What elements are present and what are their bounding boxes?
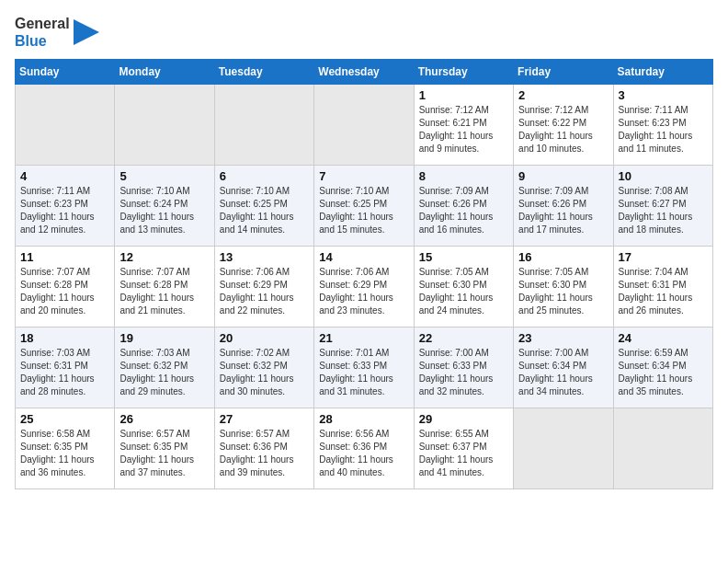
day-info: Sunrise: 6:55 AM Sunset: 6:37 PM Dayligh… [419, 428, 508, 479]
day-number: 19 [119, 331, 209, 345]
day-info: Sunrise: 7:12 AM Sunset: 6:21 PM Dayligh… [419, 104, 508, 155]
day-number: 2 [518, 88, 608, 102]
svg-marker-0 [74, 19, 99, 45]
cell-week2-day4: 8Sunrise: 7:09 AM Sunset: 6:26 PM Daylig… [414, 166, 513, 247]
day-number: 24 [619, 331, 708, 345]
day-info: Sunrise: 7:07 AM Sunset: 6:28 PM Dayligh… [20, 266, 109, 317]
day-number: 26 [119, 412, 209, 426]
weekday-header-row: SundayMondayTuesdayWednesdayThursdayFrid… [16, 60, 713, 85]
cell-week3-day3: 14Sunrise: 7:06 AM Sunset: 6:29 PM Dayli… [314, 247, 414, 327]
day-info: Sunrise: 6:57 AM Sunset: 6:35 PM Dayligh… [119, 428, 209, 479]
cell-week5-day2: 27Sunrise: 6:57 AM Sunset: 6:36 PM Dayli… [214, 408, 313, 489]
cell-week5-day6 [613, 408, 712, 489]
day-number: 8 [419, 169, 508, 183]
day-info: Sunrise: 7:09 AM Sunset: 6:26 PM Dayligh… [518, 185, 608, 236]
cell-week3-day1: 12Sunrise: 7:07 AM Sunset: 6:28 PM Dayli… [115, 247, 214, 327]
week-row-2: 4Sunrise: 7:11 AM Sunset: 6:23 PM Daylig… [16, 166, 713, 247]
day-number: 16 [518, 250, 608, 264]
day-info: Sunrise: 7:04 AM Sunset: 6:31 PM Dayligh… [619, 266, 708, 317]
day-number: 5 [119, 169, 209, 183]
cell-week4-day4: 22Sunrise: 7:00 AM Sunset: 6:33 PM Dayli… [414, 327, 513, 408]
cell-week1-day2 [214, 85, 313, 166]
day-info: Sunrise: 6:59 AM Sunset: 6:34 PM Dayligh… [619, 347, 708, 398]
day-number: 29 [419, 412, 508, 426]
calendar-table: SundayMondayTuesdayWednesdayThursdayFrid… [15, 59, 713, 489]
cell-week2-day0: 4Sunrise: 7:11 AM Sunset: 6:23 PM Daylig… [16, 166, 115, 247]
day-info: Sunrise: 7:07 AM Sunset: 6:28 PM Dayligh… [119, 266, 209, 317]
cell-week4-day6: 24Sunrise: 6:59 AM Sunset: 6:34 PM Dayli… [613, 327, 712, 408]
day-info: Sunrise: 7:05 AM Sunset: 6:30 PM Dayligh… [419, 266, 508, 317]
logo-general: General [15, 15, 70, 32]
week-row-5: 25Sunrise: 6:58 AM Sunset: 6:35 PM Dayli… [16, 408, 713, 489]
logo-arrow-icon [74, 19, 99, 45]
day-info: Sunrise: 7:02 AM Sunset: 6:32 PM Dayligh… [220, 347, 309, 398]
day-number: 12 [119, 250, 209, 264]
cell-week4-day0: 18Sunrise: 7:03 AM Sunset: 6:31 PM Dayli… [16, 327, 115, 408]
cell-week2-day1: 5Sunrise: 7:10 AM Sunset: 6:24 PM Daylig… [115, 166, 214, 247]
day-number: 1 [419, 88, 508, 102]
cell-week5-day5 [514, 408, 613, 489]
logo: General Blue [15, 15, 99, 50]
day-info: Sunrise: 7:05 AM Sunset: 6:30 PM Dayligh… [518, 266, 608, 317]
cell-week1-day1 [115, 85, 214, 166]
day-info: Sunrise: 6:58 AM Sunset: 6:35 PM Dayligh… [20, 428, 109, 479]
day-info: Sunrise: 7:11 AM Sunset: 6:23 PM Dayligh… [619, 104, 708, 155]
day-number: 23 [518, 331, 608, 345]
day-info: Sunrise: 7:12 AM Sunset: 6:22 PM Dayligh… [518, 104, 608, 155]
logo-blue: Blue [15, 32, 47, 50]
cell-week2-day3: 7Sunrise: 7:10 AM Sunset: 6:25 PM Daylig… [314, 166, 414, 247]
cell-week5-day3: 28Sunrise: 6:56 AM Sunset: 6:36 PM Dayli… [314, 408, 414, 489]
header-wednesday: Wednesday [314, 60, 414, 85]
day-info: Sunrise: 7:10 AM Sunset: 6:25 PM Dayligh… [319, 185, 408, 236]
cell-week5-day4: 29Sunrise: 6:55 AM Sunset: 6:37 PM Dayli… [414, 408, 513, 489]
cell-week1-day0 [16, 85, 115, 166]
cell-week1-day4: 1Sunrise: 7:12 AM Sunset: 6:21 PM Daylig… [414, 85, 513, 166]
day-number: 25 [20, 412, 109, 426]
week-row-3: 11Sunrise: 7:07 AM Sunset: 6:28 PM Dayli… [16, 247, 713, 327]
cell-week4-day3: 21Sunrise: 7:01 AM Sunset: 6:33 PM Dayli… [314, 327, 414, 408]
header-saturday: Saturday [613, 60, 712, 85]
cell-week2-day5: 9Sunrise: 7:09 AM Sunset: 6:26 PM Daylig… [514, 166, 613, 247]
day-info: Sunrise: 6:56 AM Sunset: 6:36 PM Dayligh… [319, 428, 408, 479]
cell-week1-day5: 2Sunrise: 7:12 AM Sunset: 6:22 PM Daylig… [514, 85, 613, 166]
day-number: 6 [220, 169, 309, 183]
header-tuesday: Tuesday [214, 60, 313, 85]
day-number: 21 [319, 331, 408, 345]
day-number: 9 [518, 169, 608, 183]
day-info: Sunrise: 7:08 AM Sunset: 6:27 PM Dayligh… [619, 185, 708, 236]
cell-week3-day6: 17Sunrise: 7:04 AM Sunset: 6:31 PM Dayli… [613, 247, 712, 327]
cell-week4-day5: 23Sunrise: 7:00 AM Sunset: 6:34 PM Dayli… [514, 327, 613, 408]
day-number: 28 [319, 412, 408, 426]
day-info: Sunrise: 7:10 AM Sunset: 6:25 PM Dayligh… [220, 185, 309, 236]
header-sunday: Sunday [16, 60, 115, 85]
day-number: 11 [20, 250, 109, 264]
day-info: Sunrise: 7:01 AM Sunset: 6:33 PM Dayligh… [319, 347, 408, 398]
day-info: Sunrise: 7:10 AM Sunset: 6:24 PM Dayligh… [119, 185, 209, 236]
cell-week3-day4: 15Sunrise: 7:05 AM Sunset: 6:30 PM Dayli… [414, 247, 513, 327]
header-thursday: Thursday [414, 60, 513, 85]
day-number: 15 [419, 250, 508, 264]
cell-week5-day1: 26Sunrise: 6:57 AM Sunset: 6:35 PM Dayli… [115, 408, 214, 489]
cell-week1-day6: 3Sunrise: 7:11 AM Sunset: 6:23 PM Daylig… [613, 85, 712, 166]
day-info: Sunrise: 7:00 AM Sunset: 6:34 PM Dayligh… [518, 347, 608, 398]
header-friday: Friday [514, 60, 613, 85]
day-number: 20 [220, 331, 309, 345]
day-info: Sunrise: 7:03 AM Sunset: 6:32 PM Dayligh… [119, 347, 209, 398]
day-info: Sunrise: 7:06 AM Sunset: 6:29 PM Dayligh… [319, 266, 408, 317]
cell-week3-day0: 11Sunrise: 7:07 AM Sunset: 6:28 PM Dayli… [16, 247, 115, 327]
cell-week4-day2: 20Sunrise: 7:02 AM Sunset: 6:32 PM Dayli… [214, 327, 313, 408]
cell-week2-day2: 6Sunrise: 7:10 AM Sunset: 6:25 PM Daylig… [214, 166, 313, 247]
week-row-1: 1Sunrise: 7:12 AM Sunset: 6:21 PM Daylig… [16, 85, 713, 166]
day-number: 17 [619, 250, 708, 264]
day-info: Sunrise: 7:00 AM Sunset: 6:33 PM Dayligh… [419, 347, 508, 398]
day-number: 10 [619, 169, 708, 183]
day-info: Sunrise: 7:09 AM Sunset: 6:26 PM Dayligh… [419, 185, 508, 236]
header: General Blue [15, 15, 713, 50]
day-number: 3 [619, 88, 708, 102]
week-row-4: 18Sunrise: 7:03 AM Sunset: 6:31 PM Dayli… [16, 327, 713, 408]
day-number: 22 [419, 331, 508, 345]
day-number: 27 [220, 412, 309, 426]
day-info: Sunrise: 6:57 AM Sunset: 6:36 PM Dayligh… [220, 428, 309, 479]
day-info: Sunrise: 7:06 AM Sunset: 6:29 PM Dayligh… [220, 266, 309, 317]
day-number: 4 [20, 169, 109, 183]
